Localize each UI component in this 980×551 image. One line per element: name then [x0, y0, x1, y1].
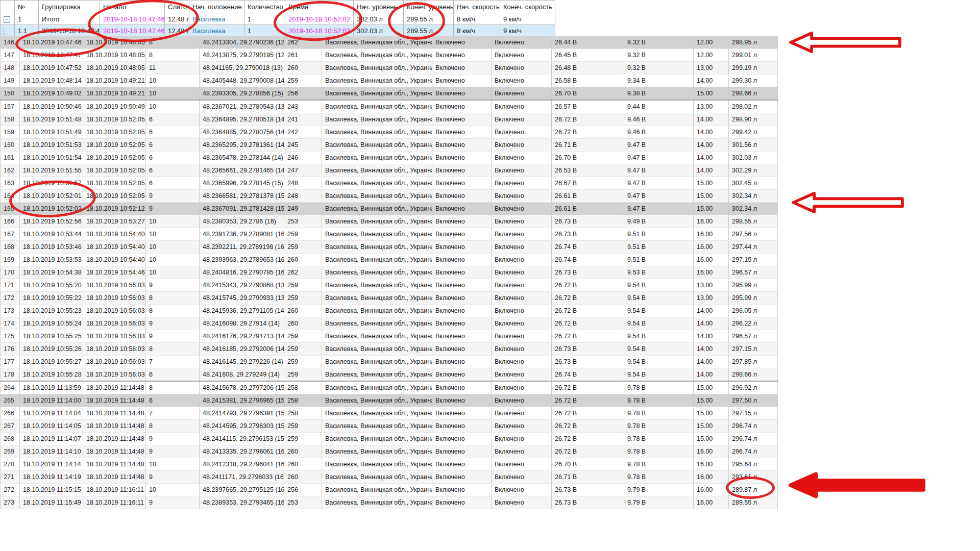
cell-status-1: Включено: [432, 74, 492, 87]
cell-status-2: Включено: [492, 215, 552, 228]
detail-row[interactable]: 166 18.10.2019 10:52:56 18.10.2019 10:53…: [1, 215, 778, 228]
cell-count: 8: [146, 49, 200, 62]
cell-fuel-level: 296.74 л: [729, 445, 778, 458]
detail-row[interactable]: 269 18.10.2019 11:14:10 18.10.2019 11:14…: [1, 445, 778, 458]
cell-voltage-main: 26.70 В: [552, 152, 624, 164]
detail-row[interactable]: 178 18.10.2019 10:55:28 18.10.2019 10:56…: [1, 368, 778, 382]
detail-row[interactable]: 270 18.10.2019 11:14:14 18.10.2019 11:14…: [1, 458, 778, 471]
detail-row[interactable]: 148 18.10.2019 10:47:52 18.10.2019 10:48…: [1, 62, 778, 74]
cell-location: Василевка, Винницкая обл., Украина: [322, 164, 432, 177]
cell-coordinates: 48.2365661, 29.2781465 (14): [200, 164, 284, 177]
cell-course: 259: [284, 433, 322, 445]
cell-row-number: 150: [1, 87, 20, 101]
tree-cell[interactable]: [1, 25, 15, 37]
cell-speed: 15.00: [694, 381, 729, 394]
cell-status-1: Включено: [432, 87, 492, 101]
detail-row[interactable]: 159 18.10.2019 10:51:49 18.10.2019 10:52…: [1, 126, 778, 139]
detail-row[interactable]: 264 18.10.2019 11:13:59 18.10.2019 11:14…: [1, 381, 778, 394]
cell-fuel-level: 299.01 л: [729, 49, 778, 62]
cell-voltage-backup: 9.32 В: [624, 49, 694, 62]
detail-row[interactable]: 168 18.10.2019 10:53:46 18.10.2019 10:54…: [1, 241, 778, 254]
cell-coordinates: 48.2415936, 29.2791105 (14): [200, 305, 284, 317]
detail-row[interactable]: 147 18.10.2019 10:47:47 18.10.2019 10:48…: [1, 49, 778, 62]
cell-status-2: Включено: [492, 49, 552, 62]
detail-row[interactable]: 268 18.10.2019 11:14:07 18.10.2019 11:14…: [1, 433, 778, 445]
cell-voltage-main: 26.72 В: [552, 305, 624, 317]
cell-start-speed: 8 км/ч: [454, 25, 500, 37]
detail-row[interactable]: 162 18.10.2019 10:51:55 18.10.2019 10:52…: [1, 164, 778, 177]
detail-row[interactable]: 170 18.10.2019 10:54:38 18.10.2019 10:54…: [1, 266, 778, 279]
cell-time-start: 18.10.2019 10:55:25: [20, 330, 83, 343]
cell-time-end: 18.10.2019 11:14:48: [83, 420, 146, 433]
cell-location: Василевка, Винницкая обл., Украина: [322, 368, 432, 382]
cell-voltage-backup: 9.54 В: [624, 305, 694, 317]
cell-location: Василевка, Винницкая обл., Украина: [322, 139, 432, 152]
detail-row[interactable]: 165 18.10.2019 10:52:02 18.10.2019 10:52…: [1, 203, 778, 215]
cell-course: 248: [284, 177, 322, 190]
cell-coordinates: 48.2414793, 29.2796391 (15): [200, 407, 284, 420]
detail-row[interactable]: 265 18.10.2019 11:14:00 18.10.2019 11:14…: [1, 394, 778, 407]
cell-voltage-main: 26.73 В: [552, 484, 624, 496]
cell-count: 9: [146, 433, 200, 445]
cell-voltage-main: 26.71 В: [552, 139, 624, 152]
detail-row[interactable]: 163 18.10.2019 10:51:57 18.10.2019 10:52…: [1, 177, 778, 190]
detail-row[interactable]: 160 18.10.2019 10:51:53 18.10.2019 10:52…: [1, 139, 778, 152]
tree-cell[interactable]: [1, 13, 15, 25]
detail-row[interactable]: 271 18.10.2019 11:14:19 18.10.2019 11:14…: [1, 471, 778, 484]
cell-status-1: Включено: [432, 407, 492, 420]
detail-row[interactable]: 158 18.10.2019 10:51:48 18.10.2019 10:52…: [1, 113, 778, 126]
cell-start-position-link[interactable]: Василевка: [189, 25, 244, 37]
cell-time-end: 18.10.2019 10:50:49: [83, 100, 146, 113]
cell-status-1: Включено: [432, 49, 492, 62]
cell-voltage-main: 26.72 В: [552, 279, 624, 292]
cell-speed: 15.00: [694, 177, 729, 190]
detail-row[interactable]: 267 18.10.2019 11:14:05 18.10.2019 11:14…: [1, 420, 778, 433]
cell-status-2: Включено: [492, 343, 552, 356]
cell-fuel-level: 302.34 л: [729, 190, 778, 203]
detail-row[interactable]: 164 18.10.2019 10:52:01 18.10.2019 10:52…: [1, 190, 778, 203]
detail-row[interactable]: 273 18.10.2019 11:15:49 18.10.2019 11:16…: [1, 496, 778, 509]
cell-status-1: Включено: [432, 471, 492, 484]
detail-row[interactable]: 149 18.10.2019 10:48:14 18.10.2019 10:49…: [1, 74, 778, 87]
detail-row[interactable]: 150 18.10.2019 10:49:02 18.10.2019 10:49…: [1, 87, 778, 101]
detail-row[interactable]: 172 18.10.2019 10:55:22 18.10.2019 10:56…: [1, 292, 778, 305]
cell-status-1: Включено: [432, 368, 492, 382]
detail-row[interactable]: 169 18.10.2019 10:53:53 18.10.2019 10:54…: [1, 254, 778, 266]
detail-row[interactable]: 266 18.10.2019 11:14:04 18.10.2019 11:14…: [1, 407, 778, 420]
cell-voltage-backup: 9.79 В: [624, 496, 694, 509]
cell-coordinates: 48.2416098, 29.27914 (14): [200, 317, 284, 330]
cell-time-end: 18.10.2019 10:52:05: [83, 164, 146, 177]
cell-count: 10: [146, 484, 200, 496]
cell-status-2: Включено: [492, 177, 552, 190]
cell-status-1: Включено: [432, 215, 492, 228]
detail-row[interactable]: 161 18.10.2019 10:51:54 18.10.2019 10:52…: [1, 152, 778, 164]
cell-fuel-level: 296.05 л: [729, 305, 778, 317]
cell-status-2: Включено: [492, 62, 552, 74]
cell-count: 8: [146, 343, 200, 356]
detail-row[interactable]: 176 18.10.2019 10:55:26 18.10.2019 10:56…: [1, 343, 778, 356]
cell-location: Василевка, Винницкая обл., Украина: [322, 215, 432, 228]
cell-fuel-level: 302.45 л: [729, 177, 778, 190]
cell-count: 8: [146, 381, 200, 394]
cell-fuel-level: 295.99 л: [729, 279, 778, 292]
cell-time-end: 18.10.2019 10:54:46: [83, 266, 146, 279]
summary-col-header: Количество: [244, 1, 285, 13]
cell-location: Василевка, Винницкая обл., Украина: [322, 381, 432, 394]
detail-row[interactable]: 167 18.10.2019 10:53:44 18.10.2019 10:54…: [1, 228, 778, 241]
cell-status-1: Включено: [432, 113, 492, 126]
cell-voltage-backup: 9.78 В: [624, 458, 694, 471]
detail-row[interactable]: 173 18.10.2019 10:55:23 18.10.2019 10:56…: [1, 305, 778, 317]
detail-row[interactable]: 174 18.10.2019 10:55:24 18.10.2019 10:56…: [1, 317, 778, 330]
cell-status-2: Включено: [492, 203, 552, 215]
cell-coordinates: 48.2366581, 29.2781378 (15): [200, 190, 284, 203]
cell-status-2: Включено: [492, 100, 552, 113]
cell-course: 256: [284, 484, 322, 496]
cell-status-1: Включено: [432, 381, 492, 394]
detail-row[interactable]: 272 18.10.2019 11:15:15 18.10.2019 11:16…: [1, 484, 778, 496]
detail-row[interactable]: 175 18.10.2019 10:55:25 18.10.2019 10:56…: [1, 330, 778, 343]
cell-location: Василевка, Винницкая обл., Украина: [322, 62, 432, 74]
collapse-minus-icon[interactable]: [4, 16, 10, 23]
detail-row[interactable]: 177 18.10.2019 10:55:27 18.10.2019 10:56…: [1, 356, 778, 368]
detail-row[interactable]: 157 18.10.2019 10:50:46 18.10.2019 10:50…: [1, 100, 778, 113]
detail-row[interactable]: 171 18.10.2019 10:55:20 18.10.2019 10:56…: [1, 279, 778, 292]
